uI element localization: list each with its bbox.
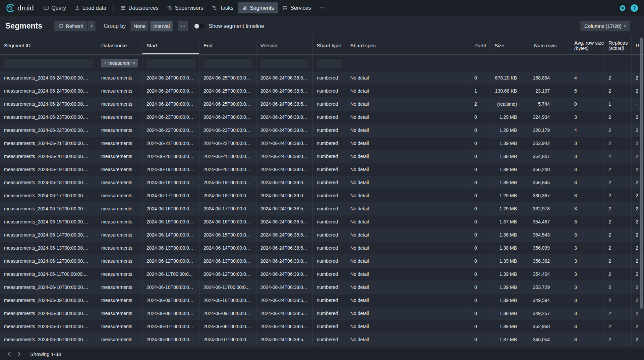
filter-cell-partition (470, 55, 490, 71)
cell-size: 1.29 MB (490, 202, 530, 215)
cell-num-rows: 320,179 (530, 124, 570, 137)
cell-version: 2024-06-24T06:39:0... (256, 150, 313, 163)
chevron-left-icon (8, 352, 11, 356)
datasource-filter-tag[interactable]: ≡ measurem × (101, 59, 138, 67)
col-header-start[interactable]: Start (142, 36, 199, 54)
cell-version: 2024-06-24T06:38:5... (256, 71, 313, 84)
cell-start: 2024-06-16T00:00:0... (142, 202, 199, 215)
vertical-scrollbar[interactable] (640, 38, 643, 309)
shard-type-filter-input[interactable] (317, 58, 342, 68)
cell-num-rows: 354,487 (530, 215, 570, 228)
help-button[interactable]: ? (631, 4, 638, 12)
cell-size: 1.36 MB (490, 228, 530, 241)
cell-shard-type: numbered (313, 242, 346, 254)
cell-version: 2024-06-24T06:38:5... (256, 242, 313, 254)
cell-end: 2024-06-14T00:00:0... (199, 242, 256, 254)
cell-end: 2024-06-25T00:00:0... (199, 98, 256, 110)
cell-shard-type: numbered (313, 163, 346, 176)
col-header-label: End (203, 43, 213, 48)
filter-cell-num-rows (530, 55, 570, 71)
cell-avg-row-size: 3 (570, 176, 604, 189)
nav-item-tasks[interactable]: Tasks (208, 2, 238, 13)
table-row: measurements_2024-06-24T00:00:00.... mea… (0, 71, 644, 85)
cell-segment-id: measurements_2024-06-15T00:00:00.... (0, 215, 97, 228)
supervisors-icon (167, 5, 172, 10)
col-header-segment-id[interactable]: Segment ID (0, 36, 97, 54)
table-row: measurements_2024-06-06T00:00:00.... mea… (0, 333, 644, 346)
druid-logo[interactable]: druid (5, 3, 34, 13)
start-filter-input[interactable] (147, 58, 195, 68)
cell-partition: 0 (470, 189, 490, 202)
cell-shard-type: numbered (313, 189, 346, 202)
prev-page-button[interactable] (4, 349, 14, 359)
cell-segment-id: measurements_2024-06-22T00:00:00.... (0, 124, 97, 137)
next-page-button[interactable] (14, 349, 24, 359)
cell-num-rows: 354,404 (530, 268, 570, 280)
col-header-shard-spec[interactable]: Shard spec (346, 36, 470, 54)
cell-avg-row-size: 5 (570, 85, 604, 97)
cell-start: 2024-06-20T00:00:0... (142, 150, 199, 163)
cell-replicas: 2 (604, 294, 632, 307)
cell-partition: 0 (470, 294, 490, 307)
col-header-version[interactable]: Version (256, 36, 313, 54)
cell-shard-spec: No detail (346, 71, 470, 84)
cell-replicas: 2 (604, 163, 632, 176)
more-options-button[interactable] (178, 21, 188, 32)
col-header-datasource[interactable]: Datasource (97, 36, 142, 54)
cell-end: 2024-06-25T00:00:0... (199, 85, 256, 97)
cell-partition: 0 (470, 333, 490, 346)
cell-avg-row-size: 3 (570, 320, 604, 333)
col-header-size[interactable]: Size (490, 36, 530, 54)
cell-datasource: measurements (97, 98, 142, 110)
table-row: measurements_2024-06-11T00:00:00.... mea… (0, 268, 644, 281)
cell-partition: 1 (470, 85, 490, 97)
cell-start: 2024-06-22T00:00:0... (142, 124, 199, 137)
nav-item-datasources[interactable]: Datasources (116, 2, 163, 13)
cell-shard-spec: No detail (346, 320, 470, 333)
filter-cell-start (142, 55, 199, 71)
cell-num-rows: 349,257 (530, 307, 570, 320)
cell-shard-spec: No detail (346, 242, 470, 254)
cell-partition: 0 (470, 242, 490, 254)
version-filter-input[interactable] (260, 58, 308, 68)
nav-item-label: Supervisors (175, 5, 203, 11)
cell-size: (realtime) (490, 98, 530, 110)
cell-start: 2024-06-24T00:00:0... (142, 71, 199, 84)
end-filter-input[interactable] (203, 58, 252, 68)
cell-shard-spec: No detail (346, 111, 470, 123)
col-header-num-rows[interactable]: Num rows (530, 36, 570, 54)
col-header-avg-row-size[interactable]: Avg. row size(bytes) (570, 36, 604, 54)
refresh-dropdown-button[interactable]: ▾ (87, 21, 96, 32)
nav-item-services[interactable]: Services (278, 2, 315, 13)
cell-datasource: measurements (97, 163, 142, 176)
col-header-shard-type[interactable]: Shard type (313, 36, 346, 54)
cell-shard-spec: No detail (346, 281, 470, 294)
remove-filter-icon[interactable]: × (132, 60, 135, 66)
nav-item-segments[interactable]: Segments (238, 2, 278, 13)
cell-replicas: 2 (604, 71, 632, 84)
nav-item-more[interactable] (315, 2, 332, 13)
segment-timeline-toggle[interactable] (194, 23, 205, 29)
group-by-interval-button[interactable]: Interval (150, 21, 173, 32)
segments-table-body: measurements_2024-06-24T00:00:00.... mea… (0, 71, 644, 346)
table-row: measurements_2024-06-23T00:00:00.... mea… (0, 111, 644, 124)
cell-partition: 0 (470, 124, 490, 137)
refresh-button[interactable]: Refresh (54, 21, 87, 32)
columns-button[interactable]: Columns (17/20) ▾ (580, 21, 630, 32)
col-header-partition[interactable]: Partit... (470, 36, 490, 54)
nav-item-query[interactable]: Query (39, 2, 70, 13)
cell-shard-type: numbered (313, 294, 346, 307)
nav-item-load-data[interactable]: Load data (70, 2, 111, 13)
settings-button[interactable] (619, 5, 626, 11)
col-header-replicas[interactable]: Replicas(actual) (604, 36, 632, 54)
col-header-end[interactable]: End (199, 36, 256, 54)
table-row: measurements_2024-06-24T00:00:00.... mea… (0, 98, 644, 111)
cell-segment-id: measurements_2024-06-06T00:00:00.... (0, 333, 97, 346)
cell-avg-row-size: 3 (570, 281, 604, 294)
cell-avg-row-size: 3 (570, 242, 604, 254)
segment-id-filter-input[interactable] (4, 58, 93, 68)
cell-shard-spec: No detail (346, 85, 470, 97)
group-by-none-button[interactable]: None (130, 21, 149, 32)
nav-item-supervisors[interactable]: Supervisors (163, 2, 208, 13)
cell-size: 1.38 MB (490, 242, 530, 254)
